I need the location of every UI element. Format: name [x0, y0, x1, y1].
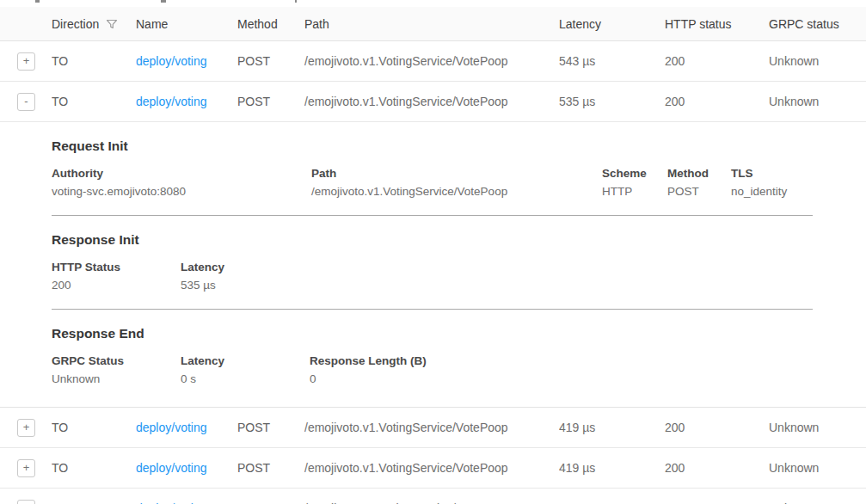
section-divider [52, 215, 813, 216]
grpc-status-field: GRPC Status Unknown [52, 353, 181, 388]
http-status-cell: 200 [665, 95, 769, 108]
method-cell: POST [237, 54, 304, 68]
row-detail-panel: Request Init Authority voting-svc.emojiv… [0, 122, 866, 408]
table-header-row: Direction Name Method Path Latency HTTP … [0, 7, 866, 41]
scheme-value: HTTP [602, 182, 667, 200]
expand-row-button[interactable]: + [17, 52, 35, 71]
grpc-status-cell: Unknown [769, 95, 866, 108]
grpc-status-cell: Unknown [769, 54, 866, 68]
http-status-cell: 200 [665, 461, 769, 475]
tls-value: no_identity [731, 182, 787, 200]
authority-field: Authority voting-svc.emojivoto:8080 [52, 165, 311, 200]
name-link[interactable]: deploy/voting [136, 421, 207, 434]
response-init-title: Response Init [52, 232, 813, 248]
latency-cell: 543 µs [559, 54, 665, 68]
grpc-status-label: GRPC Status [52, 353, 181, 370]
path-value: /emojivoto.v1.VotingService/VotePoop [311, 182, 602, 200]
table-row: + TO deploy/voting POST /emojivoto.v1.Vo… [0, 408, 866, 448]
expander-cell: + [0, 52, 52, 71]
column-header-direction: Direction [52, 17, 136, 31]
path-cell: /emojivoto.v1.VotingService/VotePoop [304, 95, 559, 108]
latency-label: Latency [181, 259, 224, 276]
latency-label: Latency [181, 353, 310, 370]
method-value: POST [667, 182, 731, 200]
tap-results-page: Direction Name Method Path Latency HTTP … [0, 0, 866, 504]
latency-field: Latency 0 s [181, 353, 310, 388]
grpc-status-cell: Unknown [769, 461, 866, 475]
expander-cell: + [0, 459, 52, 477]
tls-field: TLS no_identity [731, 165, 787, 200]
name-link[interactable]: deploy/voting [136, 461, 207, 475]
table-row: + TO deploy/voting POST /emojivoto.v1.Vo… [0, 41, 866, 82]
expand-row-button[interactable]: + [17, 500, 35, 504]
clipped-text-fragment [295, 0, 297, 3]
request-init-title: Request Init [52, 138, 813, 154]
http-status-field: HTTP Status 200 [52, 259, 181, 294]
column-header-name: Name [136, 17, 237, 31]
http-status-cell: 200 [665, 54, 769, 68]
method-cell: POST [237, 461, 304, 475]
scheme-label: Scheme [602, 165, 667, 182]
path-field: Path /emojivoto.v1.VotingService/VotePoo… [311, 165, 602, 200]
latency-cell: 419 µs [559, 421, 665, 434]
scheme-field: Scheme HTTP [602, 165, 667, 200]
response-length-field: Response Length (B) 0 [310, 353, 427, 388]
column-header-direction-label: Direction [52, 17, 99, 31]
expander-cell: + [0, 419, 52, 437]
name-link[interactable]: deploy/voting [136, 95, 207, 108]
path-cell: /emojivoto.v1.VotingService/VotePoop [304, 421, 559, 434]
http-status-label: HTTP Status [52, 259, 181, 276]
section-divider [52, 309, 813, 310]
latency-field: Latency 535 µs [181, 259, 224, 294]
response-length-label: Response Length (B) [310, 353, 427, 370]
authority-value: voting-svc.emojivoto:8080 [52, 182, 311, 200]
method-label: Method [667, 165, 731, 182]
expander-cell: - [0, 93, 52, 111]
collapse-row-button[interactable]: - [17, 93, 35, 111]
name-cell: deploy/voting [136, 95, 237, 108]
name-cell: deploy/voting [136, 421, 237, 434]
name-cell: deploy/voting [136, 54, 237, 68]
direction-cell: TO [52, 421, 136, 434]
response-length-value: 0 [310, 370, 427, 388]
expand-row-button[interactable]: + [17, 459, 35, 477]
direction-cell: TO [52, 54, 136, 68]
latency-value: 0 s [181, 370, 310, 388]
column-header-method: Method [237, 17, 304, 31]
http-status-cell: 200 [665, 421, 769, 434]
tap-table: Direction Name Method Path Latency HTTP … [0, 7, 866, 504]
expand-row-button[interactable]: + [17, 419, 35, 437]
latency-cell: 535 µs [559, 95, 665, 108]
path-cell: /emojivoto.v1.VotingService/VotePoop [304, 461, 559, 475]
name-link[interactable]: deploy/voting [136, 54, 207, 68]
clipped-text-fragment [35, 0, 40, 3]
table-row: + TO deploy/voting POST /emojivoto.v1.Vo… [0, 448, 866, 489]
latency-value: 535 µs [181, 276, 224, 294]
http-status-value: 200 [52, 276, 181, 294]
filter-icon[interactable] [106, 18, 118, 30]
authority-label: Authority [52, 165, 311, 182]
clipped-text-fragments [0, 0, 866, 7]
request-init-section: Request Init Authority voting-svc.emojiv… [52, 138, 813, 200]
path-label: Path [311, 165, 602, 182]
column-header-latency: Latency [559, 17, 665, 31]
direction-cell: TO [52, 461, 136, 475]
column-header-http-status: HTTP status [665, 17, 769, 31]
method-field: Method POST [667, 165, 731, 200]
name-cell: deploy/voting [136, 461, 237, 475]
table-row: + TO deploy/voting POST /emojivoto.v1.Vo… [0, 489, 866, 504]
expander-cell: + [0, 500, 52, 504]
direction-cell: TO [52, 95, 136, 108]
response-end-section: Response End GRPC Status Unknown Latency… [52, 326, 813, 388]
method-cell: POST [237, 421, 304, 434]
clipped-text-fragment [161, 0, 166, 3]
latency-cell: 419 µs [559, 461, 665, 475]
method-cell: POST [237, 95, 304, 108]
response-end-title: Response End [52, 326, 813, 341]
path-cell: /emojivoto.v1.VotingService/VotePoop [304, 54, 559, 68]
tls-label: TLS [731, 165, 787, 182]
response-init-section: Response Init HTTP Status 200 Latency 53… [52, 232, 813, 294]
grpc-status-value: Unknown [52, 370, 181, 388]
column-header-grpc-status: GRPC status [769, 17, 866, 31]
table-row-expanded: - TO deploy/voting POST /emojivoto.v1.Vo… [0, 82, 866, 122]
